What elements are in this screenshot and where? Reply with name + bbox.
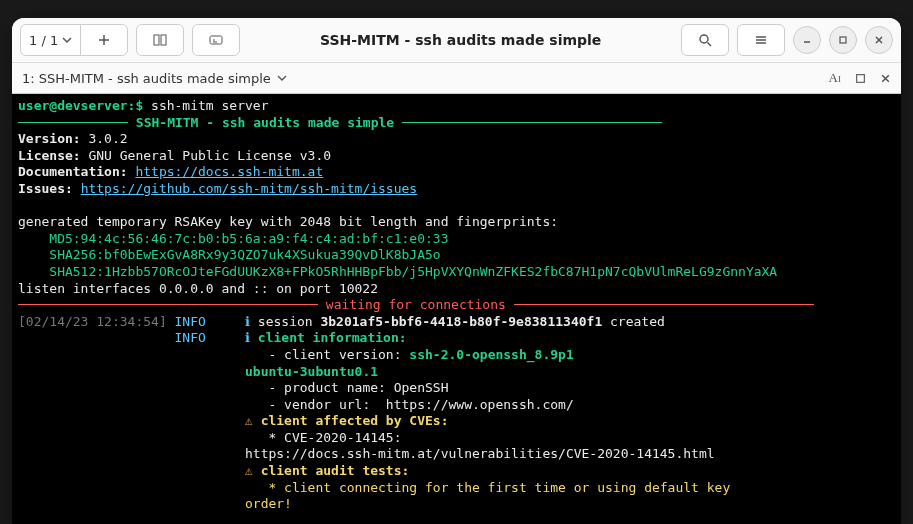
log-level: INFO <box>175 314 206 329</box>
prompt: user@devserver:$ <box>18 98 151 113</box>
chevron-down-icon <box>62 35 72 45</box>
doc-link[interactable]: https://docs.ssh-mitm.at <box>135 164 323 179</box>
svg-rect-4 <box>840 37 846 43</box>
tab-bar: 1: SSH-MITM - ssh audits made simple AI <box>12 63 901 94</box>
rule-icon <box>514 304 814 305</box>
warning-icon: ⚠ <box>245 463 253 478</box>
broadcast-icon <box>209 33 223 47</box>
rule-icon <box>402 122 662 123</box>
log-level: INFO <box>175 330 206 345</box>
chevron-down-icon <box>277 73 287 83</box>
terminal-output[interactable]: user@devserver:$ ssh-mitm server SSH-MIT… <box>12 94 901 524</box>
pager-label: 1 / 1 <box>29 33 58 48</box>
maximize-button[interactable] <box>829 26 857 54</box>
tab-maximize-button[interactable] <box>855 73 866 84</box>
app-window: 1 / 1 SSH-MITM - ssh audits made simple <box>12 18 901 524</box>
license-label: License: <box>18 148 81 163</box>
close-button[interactable] <box>865 26 893 54</box>
hamburger-icon <box>754 33 768 47</box>
menu-button[interactable] <box>737 24 785 56</box>
svg-rect-2 <box>210 36 222 44</box>
rule-icon <box>18 304 318 305</box>
split-button[interactable] <box>136 24 184 56</box>
issues-link[interactable]: https://github.com/ssh-mitm/ssh-mitm/iss… <box>81 181 418 196</box>
search-icon <box>698 33 712 47</box>
minimize-button[interactable] <box>793 26 821 54</box>
split-icon <box>153 33 167 47</box>
client-version-label: - client version: <box>245 347 409 362</box>
client-version: ssh-2.0-openssh_8.9p1 <box>409 347 573 362</box>
title-bar: 1 / 1 SSH-MITM - ssh audits made simple <box>12 18 901 63</box>
tab-title: 1: SSH-MITM - ssh audits made simple <box>22 71 271 86</box>
gen-line: generated temporary RSAKey key with 2048… <box>18 214 895 231</box>
search-button[interactable] <box>681 24 729 56</box>
fp-sha256: SHA256:bf0bEwExGvA8Rx9y3QZO7uk4XSukua39Q… <box>18 247 895 264</box>
vendor-line: - vendor url: https://www.openssh.com/ <box>245 397 574 412</box>
cve-url: https://docs.ssh-mitm.at/vulnerabilities… <box>245 446 715 461</box>
info-icon: ℹ <box>245 314 250 329</box>
audit-item: * client connecting for the first time o… <box>245 480 730 495</box>
client-version-ubuntu: ubuntu-3ubuntu0.1 <box>245 364 378 379</box>
minimize-icon <box>802 35 812 45</box>
session-id: 3b201af5-bbf6-4418-b80f-9e83811340f1 <box>320 314 602 329</box>
maximize-icon <box>838 35 848 45</box>
cve-header: client affected by CVEs: <box>261 413 449 428</box>
tab-right-controls: AI <box>829 70 891 86</box>
tab-1[interactable]: 1: SSH-MITM - ssh audits made simple <box>22 71 287 86</box>
window-controls <box>793 26 893 54</box>
svg-rect-0 <box>154 35 159 45</box>
doc-label: Documentation: <box>18 164 128 179</box>
version-label: Version: <box>18 131 81 146</box>
cve-item: * CVE-2020-14145: <box>245 430 402 445</box>
license: GNU General Public License v3.0 <box>81 148 331 163</box>
window-title: SSH-MITM - ssh audits made simple <box>248 32 673 48</box>
broadcast-button[interactable] <box>192 24 240 56</box>
audit-header: client audit tests: <box>261 463 410 478</box>
rule-icon <box>18 122 128 123</box>
svg-rect-5 <box>857 74 865 82</box>
svg-rect-1 <box>161 35 166 45</box>
issues-label: Issues: <box>18 181 73 196</box>
command: ssh-mitm server <box>151 98 268 113</box>
pager-group: 1 / 1 <box>20 24 128 56</box>
audit-order: order! <box>245 496 292 511</box>
close-icon <box>874 35 884 45</box>
tab-close-button[interactable] <box>880 73 891 84</box>
client-info-header: client information: <box>258 330 407 345</box>
pager-button[interactable]: 1 / 1 <box>20 24 81 56</box>
banner: SSH-MITM - ssh audits made simple <box>128 115 402 130</box>
timestamp: [02/14/23 12:34:54] <box>18 314 167 329</box>
session-pre: session <box>258 314 321 329</box>
listen-line: listen interfaces 0.0.0.0 and :: on port… <box>18 281 895 298</box>
warning-icon: ⚠ <box>245 413 253 428</box>
waiting-label: waiting for connections <box>318 297 514 312</box>
font-size-button[interactable]: AI <box>829 70 841 86</box>
info-icon: ℹ <box>245 330 250 345</box>
new-tab-button[interactable] <box>80 24 128 56</box>
fp-md5: MD5:94:4c:56:46:7c:b0:b5:6a:a9:f4:c4:ad:… <box>18 231 895 248</box>
product-line: - product name: OpenSSH <box>245 380 449 395</box>
version: 3.0.2 <box>81 131 128 146</box>
plus-icon <box>98 34 110 46</box>
fp-sha512: SHA512:1Hzbb57ORcOJteFGdUUKzX8+FPkO5RhHH… <box>18 264 895 281</box>
svg-point-3 <box>700 35 708 43</box>
session-post: created <box>602 314 665 329</box>
